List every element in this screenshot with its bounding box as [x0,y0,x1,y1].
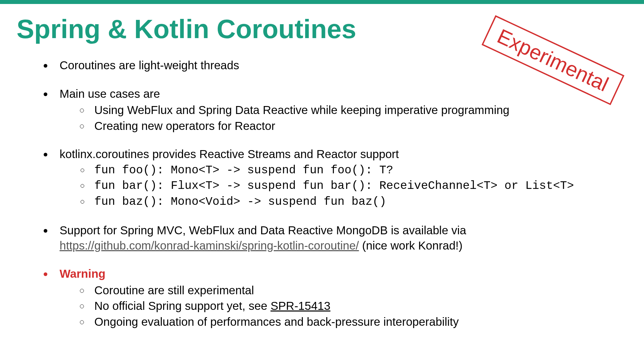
sub-bullet-webflux: Using WebFlux and Spring Data Reactive w… [89,102,627,118]
bullet-text-post: (nice work Konrad!) [359,239,463,252]
bullet-support-via: Support for Spring MVC, WebFlux and Data… [53,223,627,253]
sub-bullet-spr: No official Spring support yet, see SPR-… [89,298,627,313]
sub-bullet-spr-pre: No official Spring support yet, see [94,299,270,312]
slide-body: Experimental Spring & Kotlin Coroutines … [0,4,644,329]
code-line-baz: fun baz(): Mono<Void> -> suspend fun baz… [89,195,627,210]
warning-label: Warning [60,267,106,280]
bullet-warning: Warning Coroutine are still experimental… [53,266,627,329]
bullet-text: Main use cases are [60,87,160,100]
code-line-bar: fun bar(): Flux<T> -> suspend fun bar():… [89,179,627,194]
github-link[interactable]: https://github.com/konrad-kaminski/sprin… [60,239,359,252]
sub-bullet-operators: Creating new operators for Reactor [89,118,627,134]
jira-link[interactable]: SPR-15413 [270,299,330,312]
sub-list-warning: Coroutine are still experimental No offi… [60,283,627,329]
bullet-text: kotlinx.coroutines provides Reactive Str… [60,147,399,160]
sub-bullet-experimental: Coroutine are still experimental [89,283,627,298]
slide-top-bar [0,0,644,4]
bullet-text-pre: Support for Spring MVC, WebFlux and Data… [60,224,466,237]
sub-bullet-evaluation: Ongoing evaluation of performances and b… [89,314,627,329]
code-line-foo: fun foo(): Mono<T> -> suspend fun foo():… [89,163,627,178]
sub-list-use-cases: Using WebFlux and Spring Data Reactive w… [60,102,627,133]
bullet-list: Coroutines are light-weight threads Main… [17,58,627,329]
bullet-kotlinx-coroutines: kotlinx.coroutines provides Reactive Str… [53,146,627,209]
bullet-main-use-cases: Main use cases are Using WebFlux and Spr… [53,86,627,134]
sub-list-code: fun foo(): Mono<T> -> suspend fun foo():… [60,163,627,210]
